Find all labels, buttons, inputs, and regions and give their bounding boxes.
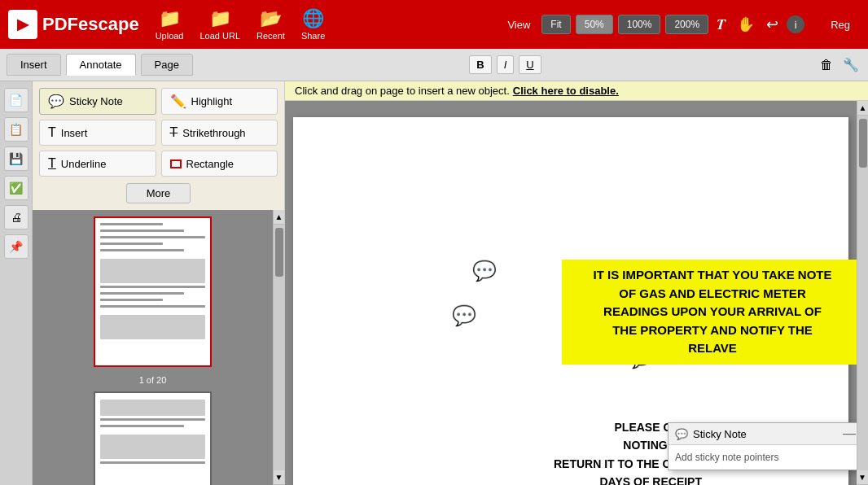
left-panel: 💬 Sticky Note ✏️ Highlight T Insert T St… bbox=[33, 81, 285, 485]
delete-button[interactable]: 🗑 bbox=[818, 55, 835, 75]
right-scroll-down[interactable]: ▼ bbox=[857, 470, 868, 485]
sidebar-icon-print[interactable]: 🖨 bbox=[4, 205, 28, 229]
tab-insert[interactable]: Insert bbox=[7, 54, 61, 76]
underline-tool[interactable]: T Underline bbox=[39, 151, 156, 177]
thumbnail-page-1[interactable] bbox=[94, 216, 212, 367]
thumbnail-area[interactable]: 1 of 20 bbox=[33, 210, 273, 485]
thumbnail-list: 1 of 20 bbox=[39, 216, 266, 485]
zoom-fit-button[interactable]: Fit bbox=[541, 15, 570, 34]
thumbnail-page-2[interactable] bbox=[94, 391, 212, 485]
page-area-row: 💬 💬 💬 IT IS IMPORTANT THAT YOU TAKE NOTE… bbox=[285, 101, 868, 485]
page-label: 1 of 20 bbox=[139, 375, 167, 385]
sidebar-icon-save[interactable]: 💾 bbox=[4, 146, 28, 171]
right-scroll-up[interactable]: ▲ bbox=[857, 101, 868, 116]
sticky-note-marker-2[interactable]: 💬 bbox=[452, 304, 476, 327]
toolbar2: Insert Annotate Page B I U 🗑 🔧 bbox=[0, 49, 868, 81]
sidebar-icon-pin[interactable]: 📌 bbox=[4, 234, 28, 259]
undo-button[interactable]: ↩ bbox=[763, 12, 782, 37]
scroll-thumb[interactable] bbox=[275, 228, 283, 277]
bold-button[interactable]: B bbox=[469, 55, 491, 74]
sidebar-icon-clipboard[interactable]: 📋 bbox=[4, 117, 28, 142]
logo: ▶ PDFescape bbox=[8, 10, 139, 39]
italic-button[interactable]: I bbox=[497, 55, 515, 74]
info-button[interactable]: i bbox=[787, 15, 804, 33]
thumb-doc-content-2 bbox=[95, 393, 210, 485]
thumb-line bbox=[100, 242, 163, 245]
thumb-block bbox=[100, 315, 205, 339]
sticky-note-icon: 💬 bbox=[48, 94, 64, 109]
tool-grid: 💬 Sticky Note ✏️ Highlight T Insert T St… bbox=[33, 81, 284, 183]
sidebar-icon-page[interactable]: 📄 bbox=[4, 88, 28, 112]
page-content: 💬 💬 💬 IT IS IMPORTANT THAT YOU TAKE NOTE… bbox=[285, 101, 857, 485]
top-right-tools: View Fit 50% 100% 200% 𝑻 ✋ ↩ i bbox=[501, 12, 804, 37]
sticky-popup-icon: 💬 bbox=[675, 428, 688, 440]
thumb-block bbox=[100, 259, 205, 283]
thumb-doc-content bbox=[95, 218, 210, 365]
logo-text: PDFescape bbox=[42, 14, 139, 35]
cursor-tool-button[interactable]: 𝑻 bbox=[713, 13, 729, 37]
highlighted-text-block: IT IS IMPORTANT THAT YOU TAKE NOTE OF GA… bbox=[562, 260, 857, 365]
disable-link[interactable]: Click here to disable. bbox=[513, 85, 619, 97]
main-layout: 📄 📋 💾 ✅ 🖨 📌 💬 Sticky Note ✏️ Highlight T… bbox=[0, 81, 868, 485]
pdf-page: 💬 💬 💬 IT IS IMPORTANT THAT YOU TAKE NOTE… bbox=[293, 117, 848, 485]
sticky-note-marker-1[interactable]: 💬 bbox=[472, 260, 497, 282]
thumb-line bbox=[100, 418, 205, 421]
scroll-down-arrow[interactable]: ▼ bbox=[274, 470, 284, 485]
load-url-icon: 📁 bbox=[209, 8, 231, 29]
thumb-line bbox=[100, 425, 184, 427]
rectangle-tool[interactable]: Rectangle bbox=[161, 151, 278, 177]
recent-button[interactable]: 📂 Recent bbox=[256, 8, 285, 41]
sticky-note-tool[interactable]: 💬 Sticky Note bbox=[39, 88, 156, 115]
scroll-up-arrow[interactable]: ▲ bbox=[274, 210, 284, 225]
settings-button[interactable]: 🔧 bbox=[840, 55, 861, 75]
thumbnail-section: 1 of 20 ▲ ▼ bbox=[33, 210, 284, 485]
sticky-popup-header: 💬 Sticky Note — bbox=[669, 423, 857, 445]
view-button[interactable]: View bbox=[501, 15, 537, 34]
share-icon: 🌐 bbox=[302, 8, 324, 29]
underline-button[interactable]: U bbox=[519, 55, 541, 74]
upload-button[interactable]: 📁 Upload bbox=[156, 8, 184, 41]
strikethrough-icon: T bbox=[170, 125, 178, 140]
insert-tool[interactable]: T Insert bbox=[39, 120, 156, 146]
logo-escape: escape bbox=[78, 14, 139, 34]
popup-close-button[interactable]: — bbox=[843, 426, 856, 441]
register-button[interactable]: Reg bbox=[821, 14, 860, 36]
tab-annotate[interactable]: Annotate bbox=[66, 54, 136, 76]
thumb-line bbox=[100, 229, 184, 232]
zoom-100-button[interactable]: 100% bbox=[618, 15, 661, 34]
thumb-line bbox=[100, 292, 184, 295]
logo-pdf: PDF bbox=[42, 14, 78, 34]
notification-text: Click and drag on page to insert a new o… bbox=[295, 85, 510, 97]
pdf-wrapper: 💬 💬 💬 IT IS IMPORTANT THAT YOU TAKE NOTE… bbox=[285, 101, 857, 485]
underline-icon: T bbox=[48, 156, 56, 171]
zoom-50-button[interactable]: 50% bbox=[576, 15, 613, 34]
thumb-line bbox=[100, 286, 205, 288]
rectangle-icon bbox=[170, 159, 182, 168]
right-scroll-thumb[interactable] bbox=[859, 119, 867, 168]
sticky-popup-body: Add sticky note pointers bbox=[669, 445, 857, 470]
sticky-note-popup: 💬 Sticky Note — Add sticky note pointers bbox=[668, 422, 857, 470]
content-wrapper: Click and drag on page to insert a new o… bbox=[285, 81, 868, 485]
more-button[interactable]: More bbox=[126, 183, 191, 203]
thumb-line bbox=[100, 236, 205, 238]
highlight-tool[interactable]: ✏️ Highlight bbox=[161, 88, 278, 115]
thumb-block bbox=[100, 435, 205, 459]
sticky-popup-title: Sticky Note bbox=[693, 428, 747, 440]
load-url-button[interactable]: 📁 Load URL bbox=[199, 8, 240, 41]
right-scrollbar[interactable]: ▲ ▼ bbox=[857, 101, 868, 485]
left-scrollbar[interactable]: ▲ ▼ bbox=[273, 210, 284, 485]
topbar: ▶ PDFescape 📁 Upload 📁 Load URL 📂 Recent… bbox=[0, 0, 868, 49]
strikethrough-tool[interactable]: T Strikethrough bbox=[161, 120, 278, 146]
thumb-line bbox=[100, 305, 205, 308]
upload-icon: 📁 bbox=[159, 8, 181, 29]
thumb-block bbox=[100, 400, 205, 416]
zoom-200-button[interactable]: 200% bbox=[665, 15, 708, 34]
share-button[interactable]: 🌐 Share bbox=[301, 8, 325, 41]
insert-icon: T bbox=[48, 125, 56, 140]
hand-tool-button[interactable]: ✋ bbox=[734, 12, 758, 37]
tab-page[interactable]: Page bbox=[141, 54, 193, 76]
sidebar-icon-check[interactable]: ✅ bbox=[4, 176, 28, 200]
notification-bar: Click and drag on page to insert a new o… bbox=[285, 81, 868, 101]
thumb-line bbox=[100, 249, 184, 251]
recent-icon: 📂 bbox=[260, 8, 282, 29]
